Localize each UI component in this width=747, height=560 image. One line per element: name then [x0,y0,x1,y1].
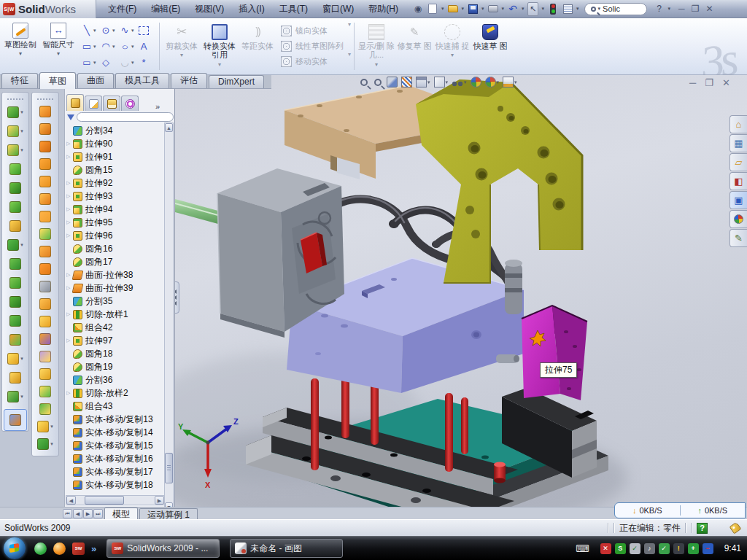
rectangle-tool[interactable]: ▭ [80,40,93,53]
expand-arrow-icon[interactable]: ▷ [66,338,73,343]
wrap-icon[interactable] [32,173,58,190]
box-feature-icon[interactable] [32,295,58,313]
view-orientation-icon[interactable]: ▾ [416,77,430,88]
thicken-icon[interactable] [32,243,58,260]
polygon-tool[interactable]: ◇ [99,56,112,69]
taskbar-window-button[interactable]: SWSolidWorks 2009 - ... [107,539,220,558]
tray-sync-icon[interactable]: ✓ [659,543,670,554]
view-settings-icon[interactable]: ▾ [503,77,517,88]
prev-tab-button[interactable]: ◀ [73,509,82,518]
expand-arrow-icon[interactable]: ▷ [66,390,73,396]
tree-item[interactable]: 实体-移动/复制13 [66,413,166,426]
help-button[interactable]: ? [653,2,666,15]
chamfer-icon[interactable] [2,198,28,217]
tree-item[interactable]: 实体-移动/复制14 [66,426,166,439]
planar-surface-icon[interactable] [32,208,58,225]
slot-tool[interactable]: ▭ [80,56,93,69]
tree-filter-input[interactable] [77,112,174,122]
move-entities-button[interactable]: 移动实体 [281,55,344,69]
fillet-feature-icon[interactable]: ▾ [2,141,28,160]
dome-icon[interactable] [32,155,58,173]
hide-show-items-icon[interactable]: ▾ [452,78,467,87]
tray-network-warning-icon[interactable]: ! [673,543,684,554]
undo-icon[interactable]: ↶ [506,2,519,15]
keyboard-layout-icon[interactable]: ⌨ [576,543,589,554]
zoom-to-area-icon[interactable] [373,77,383,88]
menu-item[interactable]: 窗口(W) [315,3,361,15]
sketch-fillet-tool[interactable]: ◡ [118,56,131,69]
doc-tab-模型[interactable]: 模型 [104,508,138,519]
menu-item[interactable]: 帮助(H) [361,3,406,15]
tray-volume-icon[interactable]: ♪ [644,543,655,554]
display-style-icon[interactable]: ▾ [434,77,449,88]
lofted-bend-icon[interactable] [32,365,58,383]
boundary-surface-icon[interactable] [32,225,58,243]
featuremanager-tab[interactable] [66,94,84,111]
custom-properties-tab[interactable]: ✎ [729,229,747,247]
model-part-magenta-block[interactable] [522,306,587,400]
tree-item[interactable]: ▷曲面-拉伸39 [66,281,166,295]
close-button[interactable]: ✕ [705,4,713,14]
more-tabs-chevron[interactable]: » [155,102,160,111]
tray-update-icon[interactable]: ✓ [630,543,640,554]
restore-button[interactable]: ❐ [692,4,700,14]
expand-arrow-icon[interactable]: ▷ [66,219,73,225]
hole-wizard-icon[interactable] [2,217,28,236]
tree-item[interactable]: ▷曲面-拉伸38 [66,268,166,281]
pane-splitter-handle[interactable] [175,281,179,314]
delete-body-icon[interactable] [32,278,58,295]
spline-tool[interactable]: ∿ [118,24,131,37]
dropdown-arrow[interactable]: ▾ [522,6,525,12]
tree-item[interactable]: 分割35 [66,295,166,308]
vest-icon[interactable] [32,313,58,330]
tree-item[interactable]: ▷拉伸97 [66,334,166,347]
dropdown-arrow[interactable]: ▾ [93,28,99,34]
pattern-icon[interactable]: ▾ [2,236,28,254]
quicklaunch-messenger-icon[interactable] [34,542,47,555]
tray-blocked-icon[interactable]: − [703,543,713,554]
zoom-to-fit-icon[interactable] [359,77,369,88]
expand-arrow-icon[interactable]: ▷ [66,193,73,199]
quicklaunch-chevron-icon[interactable]: » [91,543,96,554]
doc-restore-button[interactable]: ❐ [705,78,713,88]
appearances-tab[interactable] [729,210,747,228]
tag-icon[interactable] [729,522,742,534]
dropdown-arrow[interactable]: ▾ [112,28,118,34]
sketched-bend-icon[interactable] [32,348,58,365]
options-list-icon[interactable] [561,2,574,15]
help-dropdown-icon[interactable]: ▾ [668,6,671,12]
tree-item[interactable]: ▷拉伸93 [66,190,166,203]
trim-entities-button[interactable]: ✂剪裁实体▾ [163,20,201,74]
tree-item[interactable]: ▷切除-放样2 [66,386,166,400]
tree-item[interactable]: ▷拉伸91 [66,150,166,163]
rapid-sketch-button[interactable]: 快速草 图 [471,20,509,74]
solidworks-resources-tab[interactable]: ▦ [729,134,747,152]
dimxpertmanager-tab[interactable] [121,96,139,111]
elbow-icon[interactable] [32,260,58,278]
rebuild-traffic-light-icon[interactable] [546,2,560,15]
swept-boss-icon[interactable] [2,160,28,179]
tree-item[interactable]: 实体-移动/复制18 [66,478,166,491]
expand-arrow-icon[interactable]: ▷ [66,154,73,160]
section-view-icon[interactable] [401,77,412,88]
dropdown-arrow[interactable]: ▾ [462,6,465,12]
tree-item[interactable]: 实体-移动/复制17 [66,465,166,478]
tree-item[interactable]: 组合42 [66,321,166,334]
tree-item[interactable]: 组合43 [66,400,166,413]
menu-item[interactable]: 文件(F) [101,3,144,15]
point-tool[interactable]: * [137,56,150,69]
arc-tool[interactable]: ◠ [99,40,112,53]
new-file-icon[interactable] [426,2,439,15]
scroll-up-arrow[interactable]: ▲ [165,123,173,132]
propertymanager-tab[interactable] [85,96,102,111]
open-file-icon[interactable] [446,2,460,15]
sparkle-feature-icon[interactable]: ▾ [32,418,58,435]
corner-feature-icon[interactable] [32,383,58,400]
tree-item[interactable]: ▷拉伸94 [66,203,166,216]
expand-arrow-icon[interactable]: ▷ [66,141,73,147]
edit-part-icon[interactable]: ▾ [2,103,28,122]
text-tool[interactable]: A [137,40,150,53]
repair-sketch-button[interactable]: ✎修复草 图 [395,20,433,74]
save-icon[interactable] [466,2,479,15]
search-box[interactable]: ▾ Solic [584,3,647,15]
